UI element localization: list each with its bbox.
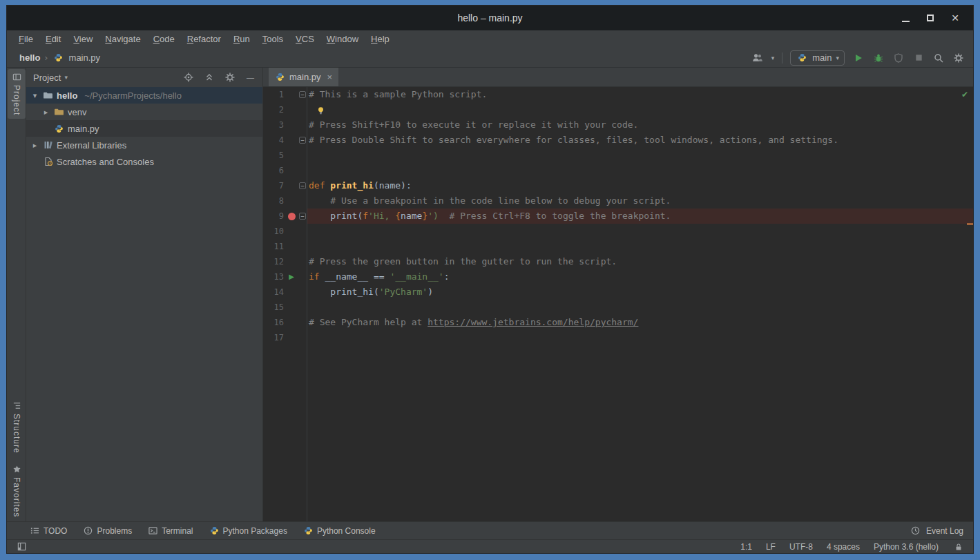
code-line-14[interactable]: 14 print_hi('PyCharm') [263, 284, 973, 300]
menu-help[interactable]: Help [365, 30, 396, 48]
status-caret-position[interactable]: 1:1 [740, 542, 752, 552]
tool-window-button-structure[interactable]: Structure [8, 398, 26, 457]
menu-refactor[interactable]: Refactor [181, 30, 227, 48]
code-line-16[interactable]: 16# See PyCharm help at https://www.jetb… [263, 315, 973, 330]
code-line-6[interactable]: 6 [263, 163, 973, 178]
event-log-button[interactable]: Event Log [910, 525, 963, 537]
menu-tools[interactable]: Tools [256, 30, 289, 48]
code-line-13[interactable]: 13▶if __name__ == '__main__': [263, 269, 973, 284]
tool-window-toggle-icon[interactable] [15, 541, 28, 553]
collaborators-icon[interactable] [751, 52, 764, 64]
menu-code[interactable]: Code [147, 30, 181, 48]
inspections-ok-icon[interactable]: ✔ [961, 90, 968, 99]
debug-button[interactable] [872, 52, 885, 64]
collapse-all-button[interactable] [204, 73, 214, 83]
settings-button[interactable] [952, 52, 965, 64]
menu-file[interactable]: File [12, 30, 39, 48]
status-indent[interactable]: 4 spaces [827, 542, 860, 552]
run-line-icon[interactable]: ▶ [289, 269, 294, 284]
tool-window-button-favorites[interactable]: Favorites [8, 461, 26, 521]
stop-button[interactable] [912, 52, 925, 64]
tree-item-hello[interactable]: ▾hello~/PycharmProjects/hello [26, 87, 262, 104]
fold-icon[interactable]: − [299, 137, 306, 144]
gutter[interactable]: 1− [263, 87, 307, 102]
tree-item-external-libraries[interactable]: ▸External Libraries [26, 137, 262, 153]
menu-navigate[interactable]: Navigate [99, 30, 146, 48]
hide-panel-button[interactable]: — [245, 73, 256, 83]
tool-button-todo[interactable]: TODO [30, 526, 67, 536]
search-everywhere-button[interactable] [932, 52, 945, 64]
gutter[interactable]: 13▶ [263, 269, 307, 284]
code-line-4[interactable]: 4−# Press Double Shift to search everywh… [263, 133, 973, 148]
write-access-lock-icon[interactable] [952, 541, 965, 553]
gutter[interactable]: 6 [263, 163, 307, 178]
gutter[interactable]: 16 [263, 315, 307, 330]
chevron-down-icon[interactable]: ▾ [30, 91, 39, 100]
tool-button-problems[interactable]: Problems [84, 526, 132, 536]
code-line-5[interactable]: 5 [263, 148, 973, 163]
gutter[interactable]: 4− [263, 133, 307, 148]
gutter[interactable]: 2 [263, 102, 307, 117]
menu-run[interactable]: Run [227, 30, 256, 48]
menu-vcs[interactable]: VCS [289, 30, 320, 48]
panel-settings-button[interactable] [224, 73, 235, 83]
locate-file-button[interactable] [183, 73, 193, 83]
gutter[interactable]: 7− [263, 178, 307, 193]
tree-item-venv[interactable]: ▸venv [26, 104, 262, 120]
run-configuration-selector[interactable]: main ▾ [790, 50, 845, 66]
chevron-right-icon[interactable]: ▸ [41, 108, 50, 117]
gutter[interactable]: 8 [263, 193, 307, 209]
tool-window-button-project[interactable]: Project [8, 69, 26, 119]
code-line-3[interactable]: 3# Press Shift+F10 to execute it or repl… [263, 117, 973, 133]
code-line-10[interactable]: 10 [263, 224, 973, 239]
project-panel-caret-icon[interactable]: ▾ [64, 74, 68, 81]
tree-item-main-py[interactable]: main.py [26, 120, 262, 137]
code-line-9[interactable]: 9− print(f'Hi, {name}') # Press Ctrl+F8 … [263, 209, 973, 224]
fold-icon[interactable]: − [299, 213, 306, 220]
menu-view[interactable]: View [67, 30, 99, 48]
menu-edit[interactable]: Edit [39, 30, 67, 48]
minimize-button[interactable] [899, 11, 912, 25]
gutter[interactable]: 5 [263, 148, 307, 163]
gutter[interactable]: 3 [263, 117, 307, 133]
gutter[interactable]: 14 [263, 284, 307, 300]
chevron-right-icon[interactable]: ▸ [30, 141, 39, 150]
tab-close-icon[interactable]: × [327, 72, 333, 82]
code-line-8[interactable]: 8 # Use a breakpoint in the code line be… [263, 193, 973, 209]
breadcrumb-file[interactable]: main.py [69, 52, 101, 63]
tool-button-python-console[interactable]: Python Console [304, 526, 376, 536]
code-line-15[interactable]: 15 [263, 300, 973, 315]
project-panel-title[interactable]: Project [33, 73, 61, 83]
code-line-2[interactable]: 2 [263, 102, 973, 117]
status-line-separator[interactable]: LF [766, 542, 776, 552]
code-line-11[interactable]: 11 [263, 239, 973, 254]
close-button[interactable]: ✕ [948, 11, 962, 25]
fold-icon[interactable]: − [299, 91, 306, 98]
gutter[interactable]: 12 [263, 254, 307, 269]
run-button[interactable] [852, 52, 865, 64]
breakpoint-stripe-mark-icon[interactable] [967, 223, 973, 225]
breakpoint-icon[interactable] [288, 213, 296, 220]
gutter[interactable]: 11 [263, 239, 307, 254]
coverage-button[interactable] [892, 52, 905, 64]
title-bar[interactable]: hello – main.py ✕ [7, 6, 973, 30]
gutter[interactable]: 9− [263, 209, 307, 224]
editor-tab-main-py[interactable]: main.py × [269, 68, 338, 86]
gutter[interactable]: 17 [263, 330, 307, 345]
maximize-button[interactable] [923, 11, 937, 25]
tool-button-terminal[interactable]: Terminal [148, 526, 193, 536]
tool-button-python-packages[interactable]: Python Packages [210, 526, 287, 536]
menu-window[interactable]: Window [320, 30, 365, 48]
code-line-1[interactable]: 1−# This is a sample Python script. [263, 87, 973, 102]
code-line-7[interactable]: 7−def print_hi(name): [263, 178, 973, 193]
gutter[interactable]: 10 [263, 224, 307, 239]
code-editor[interactable]: 1−# This is a sample Python script.23# P… [263, 87, 973, 521]
gutter[interactable]: 15 [263, 300, 307, 315]
breadcrumb-project[interactable]: hello [19, 52, 40, 63]
tree-item-scratches-and-consoles[interactable]: Scratches and Consoles [26, 153, 262, 170]
status-encoding[interactable]: UTF-8 [789, 542, 813, 552]
status-interpreter[interactable]: Python 3.6 (hello) [874, 542, 939, 552]
collaborators-caret-icon[interactable]: ▾ [771, 55, 775, 61]
fold-icon[interactable]: − [299, 182, 306, 189]
code-line-12[interactable]: 12# Press the green button in the gutter… [263, 254, 973, 269]
